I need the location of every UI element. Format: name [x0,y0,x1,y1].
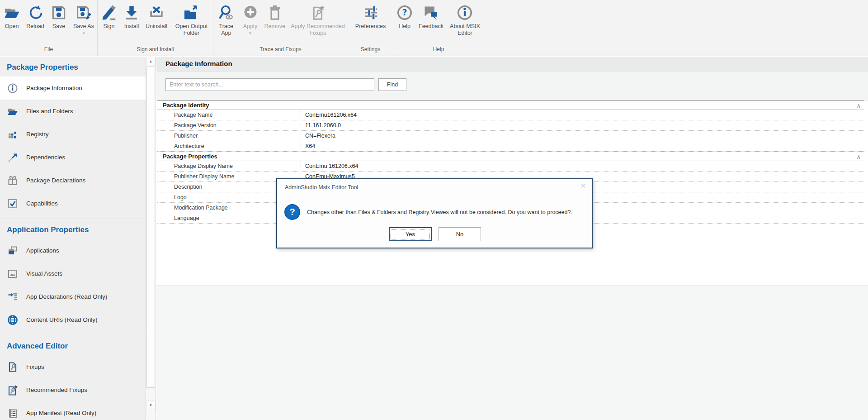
install-arrow-icon [123,4,140,21]
yes-button[interactable]: Yes [389,227,432,241]
preferences-sliders-icon [362,4,379,21]
sidebar-item-package-declarations[interactable]: Package Declarations [0,169,146,192]
find-button[interactable]: Find [378,78,406,91]
sidebar-item-label: Registry [26,131,49,138]
row-value[interactable]: CN=Flexera [301,131,864,141]
question-mark-icon: ? [284,204,300,220]
row-value[interactable]: ConEmu 161206.x64 [301,161,864,171]
sidebar-item-content-uris[interactable]: Content URIs (Read Only) [0,308,146,331]
install-button-label: Install [124,23,139,30]
row-label: Package Display Name [157,161,301,171]
section-header-label: Package Properties [163,153,217,160]
dependencies-icon [7,152,18,163]
save-button-label: Save [52,23,66,30]
sidebar-heading-package-properties: Package Properties [0,57,146,76]
search-band: Find [156,72,868,100]
reload-icon [27,4,44,21]
no-button[interactable]: No [439,227,481,241]
apply-button[interactable]: Apply ∨ [239,4,262,35]
globe-icon [7,315,18,325]
ribbon-group-trace-and-fixups: Trace App Apply ∨ Remove Apply Recommend… [213,0,348,56]
search-input[interactable] [165,78,374,91]
trace-app-button[interactable]: Trace App [213,4,239,37]
reload-button[interactable]: Reload [24,4,47,30]
ribbon-group-settings-buttons: Preferences [348,0,393,45]
row-value[interactable]: 11.161.2060.0 [301,120,864,130]
save-as-button-label: Save As [73,23,94,30]
ribbon-group-help-buttons: ? Help Feedback About MSIX Editor [393,0,484,45]
remove-button-label: Remove [264,23,286,30]
table-row[interactable]: Publisher CN=Flexera [157,131,864,141]
collapse-chevron-icon[interactable]: ∧ [856,101,861,110]
open-output-folder-icon [183,4,200,21]
uninstall-button-label: Uninstall [146,23,167,30]
about-msix-editor-button[interactable]: About MSIX Editor [446,4,484,37]
collapse-chevron-icon[interactable]: ∧ [856,153,861,161]
confirmation-dialog: AdminStudio Msix Editor Tool × ? Changes… [276,178,593,248]
close-icon[interactable]: × [580,181,586,190]
uninstall-x-icon [148,4,165,21]
sidebar-item-app-declarations[interactable]: App Declarations (Read Only) [0,285,146,308]
trace-magnifier-icon [217,4,235,21]
scroll-up-icon[interactable]: ▲ [146,57,156,66]
scroll-down-icon[interactable]: ▼ [146,401,156,410]
sidebar-item-label: Package Information [26,85,82,91]
help-button-label: Help [399,23,410,30]
sidebar-item-label: Visual Assets [26,270,62,277]
sidebar-item-capabilities[interactable]: Capabilities [0,192,146,215]
feedback-button[interactable]: Feedback [416,4,446,30]
sidebar-item-dependencies[interactable]: Dependencies [0,146,146,169]
sidebar-item-label: Fixups [26,363,44,370]
table-row[interactable]: Package Name ConEmu161206.x64 [157,110,864,120]
sidebar-item-label: Content URIs (Read Only) [26,316,98,323]
uninstall-button[interactable]: Uninstall [143,4,170,30]
sidebar-item-label: Package Declarations [26,177,85,184]
sidebar-item-app-manifest[interactable]: App Manifest (Read Only) [0,401,146,420]
sidebar-navigation: Package Properties Package Information F… [0,57,146,420]
content-lower-background [156,285,868,420]
page-wrench-icon [7,362,18,372]
ribbon-group-settings: Preferences Settings [348,0,393,56]
row-value[interactable]: X64 [301,141,864,151]
sidebar-item-recommended-fixups[interactable]: Recommended Fixups [0,378,146,401]
feedback-bubble-icon [422,4,439,21]
sidebar-item-fixups[interactable]: Fixups [0,355,146,378]
table-row[interactable]: Architecture X64 [157,141,864,152]
section-header-label: Package Identity [163,102,209,109]
sidebar-item-label: Files and Folders [26,108,73,115]
install-button[interactable]: Install [120,4,143,30]
sidebar-item-package-information[interactable]: Package Information [0,76,146,100]
row-value[interactable]: ConEmu161206.x64 [301,110,864,120]
table-row[interactable]: Package Version 11.161.2060.0 [157,120,864,131]
sidebar-scrollbar[interactable]: ▲ ▼ [146,57,156,420]
preferences-button[interactable]: Preferences [353,4,388,30]
chevron-down-icon[interactable]: ∨ [82,31,85,34]
open-output-folder-button[interactable]: Open Output Folder [170,4,213,37]
sidebar-item-visual-assets[interactable]: Visual Assets [0,262,146,285]
svg-text:?: ? [402,7,407,17]
help-button[interactable]: ? Help [393,4,416,30]
section-header-package-identity: Package Identity ∧ [157,100,864,110]
sidebar-heading-advanced-editor: Advanced Editor [0,335,146,355]
sidebar-item-files-and-folders[interactable]: Files and Folders [0,100,146,123]
sidebar-item-label: Recommended Fixups [26,387,87,393]
ribbon-toolbar: Open Reload Save Save As ∨ File Sign [0,0,868,56]
apply-recommended-fixups-button[interactable]: Apply Recommended Fixups [288,4,348,37]
ribbon-group-label-settings: Settings [348,45,393,56]
table-row[interactable]: Package Display Name ConEmu 161206.x64 [157,161,864,172]
scrollbar-thumb[interactable] [146,67,155,388]
sign-button[interactable]: Sign [98,4,120,30]
row-label: Package Name [157,110,301,120]
ribbon-group-trace-buttons: Trace App Apply ∨ Remove Apply Recommend… [213,0,348,45]
remove-button[interactable]: Remove [262,4,288,30]
save-as-button[interactable]: Save As ∨ [71,4,97,35]
save-button[interactable]: Save [47,4,70,30]
about-info-icon [456,4,473,21]
row-label: Publisher [157,131,301,141]
sidebar-item-applications[interactable]: Applications [0,239,146,262]
sidebar-item-registry[interactable]: Registry [0,123,146,146]
windows-icon [7,245,18,256]
open-folder-icon [3,4,20,21]
ribbon-group-sign-and-install: Sign Install Uninstall Open Output Folde… [97,0,213,56]
open-button[interactable]: Open [0,4,23,30]
